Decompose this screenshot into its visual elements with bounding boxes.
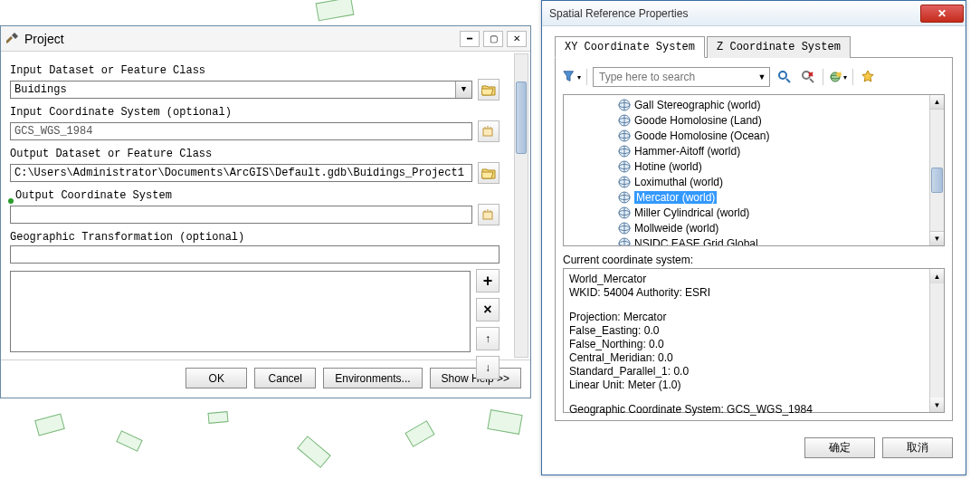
svg-rect-0 xyxy=(483,129,492,136)
cs-list-item[interactable]: Gall Stereographic (world) xyxy=(618,97,942,112)
hand-icon xyxy=(481,208,496,221)
move-down-button[interactable]: ↓ xyxy=(476,356,500,379)
input-cs-label: Input Coordinate System (optional) xyxy=(10,106,500,119)
project-dialog: Project ━ ▢ ✕ Input Dataset or Feature C… xyxy=(0,25,531,398)
cs-item-label: Loximuthal (world) xyxy=(634,176,723,188)
geo-trans-field[interactable] xyxy=(10,245,500,264)
minimize-button[interactable]: ━ xyxy=(460,31,480,47)
svg-point-2 xyxy=(779,72,786,79)
add-button[interactable]: + xyxy=(476,269,500,292)
ok-button[interactable]: 确定 xyxy=(804,437,875,458)
ccs-line: False_Easting: 0.0 xyxy=(569,324,926,338)
cs-list-item[interactable]: Hotine (world) xyxy=(618,158,942,174)
ccs-line: WKID: 54004 Authority: ESRI xyxy=(569,286,926,300)
maximize-button[interactable]: ▢ xyxy=(483,31,503,47)
output-cs-label: Output Coordinate System xyxy=(10,189,500,202)
remove-button[interactable]: × xyxy=(476,298,500,321)
cs-list-item[interactable]: Mollweide (world) xyxy=(618,220,942,235)
browse-output-ds-button[interactable] xyxy=(478,162,500,184)
srp-title: Spatial Reference Properties xyxy=(549,7,920,20)
scrollbar-thumb[interactable] xyxy=(516,82,527,154)
tab-z[interactable]: Z Coordinate System xyxy=(707,36,851,58)
ccs-scrollbar[interactable]: ▲ ▼ xyxy=(929,269,944,412)
ccs-line: Linear Unit: Meter (1.0) xyxy=(569,379,926,392)
input-ds-value: Buidings xyxy=(11,83,455,96)
cs-list-item[interactable]: NSIDC EASE Grid Global xyxy=(618,235,942,246)
ccs-line: Projection: Mercator xyxy=(569,311,926,324)
scroll-up-icon[interactable]: ▲ xyxy=(930,269,944,283)
project-title: Project xyxy=(24,32,460,46)
tab-xy[interactable]: XY Coordinate System xyxy=(555,36,705,58)
project-titlebar: Project ━ ▢ ✕ xyxy=(1,26,530,52)
geo-trans-label: Geographic Transformation (optional) xyxy=(10,231,500,244)
output-ds-field[interactable] xyxy=(10,164,472,182)
cs-list-item[interactable]: Mercator (world) xyxy=(618,189,942,205)
input-cs-properties-button[interactable] xyxy=(478,120,500,142)
cs-item-label: Mercator (world) xyxy=(634,191,717,204)
search-box[interactable]: ▼ xyxy=(593,67,770,87)
search-icon[interactable] xyxy=(775,68,794,86)
tab-strip: XY Coordinate System Z Coordinate System xyxy=(555,35,953,58)
tab-content: ▾ ▼ ▾ xyxy=(555,58,953,421)
scroll-down-icon[interactable]: ▼ xyxy=(930,231,944,245)
srp-dialog: Spatial Reference Properties ✕ XY Coordi… xyxy=(541,0,966,475)
cs-item-label: Gall Stereographic (world) xyxy=(634,99,760,111)
output-ds-label: Output Dataset or Feature Class xyxy=(10,148,500,160)
cs-item-label: Miller Cylindrical (world) xyxy=(634,206,749,219)
scroll-down-icon[interactable]: ▼ xyxy=(930,398,944,412)
scroll-up-icon[interactable]: ▲ xyxy=(930,95,944,110)
cs-list-item[interactable]: Loximuthal (world) xyxy=(618,174,942,189)
folder-open-icon xyxy=(481,167,496,179)
ccs-line: False_Northing: 0.0 xyxy=(569,338,926,351)
cs-list-item[interactable]: Miller Cylindrical (world) xyxy=(618,205,942,220)
new-cs-icon[interactable]: ▾ xyxy=(829,68,847,86)
chevron-down-icon[interactable]: ▼ xyxy=(455,82,471,98)
move-up-button[interactable]: ↑ xyxy=(476,327,500,350)
project-body: Input Dataset or Feature Class Buidings … xyxy=(1,52,530,360)
close-button[interactable]: ✕ xyxy=(507,31,527,47)
clear-search-icon[interactable] xyxy=(799,68,817,86)
cs-list-item[interactable]: Goode Homolosine (Land) xyxy=(618,112,942,128)
cancel-button[interactable]: 取消 xyxy=(882,437,953,458)
cs-item-label: Mollweide (world) xyxy=(634,222,718,235)
chevron-down-icon[interactable]: ▼ xyxy=(755,68,769,86)
hammer-icon xyxy=(5,32,19,46)
output-cs-field[interactable] xyxy=(10,206,472,224)
cs-list[interactable]: Gall Stereographic (world)Goode Homolosi… xyxy=(563,94,945,246)
srp-footer: 确定 取消 xyxy=(542,430,966,465)
cs-list-item[interactable]: Goode Homolosine (Ocean) xyxy=(618,128,942,143)
input-ds-combo[interactable]: Buidings ▼ xyxy=(10,81,472,99)
ccs-line: Geographic Coordinate System: GCS_WGS_19… xyxy=(569,403,926,417)
project-scrollbar[interactable] xyxy=(514,53,528,358)
ccs-line: World_Mercator xyxy=(569,273,926,286)
ccs-label: Current coordinate system: xyxy=(563,254,945,266)
close-button[interactable]: ✕ xyxy=(920,5,964,23)
cs-item-label: Goode Homolosine (Land) xyxy=(634,114,762,127)
srp-titlebar: Spatial Reference Properties ✕ xyxy=(542,1,966,26)
cs-item-label: Hammer-Aitoff (world) xyxy=(634,145,740,158)
required-indicator-icon xyxy=(8,198,14,204)
hand-icon xyxy=(481,125,496,138)
svg-rect-1 xyxy=(483,212,492,219)
svg-line-3 xyxy=(786,79,790,82)
cs-list-scrollbar[interactable]: ▲ ▼ xyxy=(929,95,944,245)
ccs-box: World_Mercator WKID: 54004 Authority: ES… xyxy=(563,268,945,413)
input-cs-field[interactable] xyxy=(10,122,472,140)
ccs-line: Standard_Parallel_1: 0.0 xyxy=(569,365,926,379)
scrollbar-thumb[interactable] xyxy=(931,168,943,193)
search-input[interactable] xyxy=(594,71,755,83)
favorite-icon[interactable] xyxy=(859,68,877,86)
cs-item-label: NSIDC EASE Grid Global xyxy=(634,237,758,247)
folder-open-icon xyxy=(481,83,496,96)
ccs-line: Central_Meridian: 0.0 xyxy=(569,351,926,365)
svg-line-5 xyxy=(810,79,813,82)
cs-item-label: Goode Homolosine (Ocean) xyxy=(634,129,769,142)
cs-item-label: Hotine (world) xyxy=(634,160,702,173)
filter-icon[interactable]: ▾ xyxy=(563,68,581,86)
input-ds-label: Input Dataset or Feature Class xyxy=(10,64,500,77)
srp-toolbar: ▾ ▼ ▾ xyxy=(563,67,945,87)
geo-trans-listbox[interactable] xyxy=(10,271,471,352)
browse-input-ds-button[interactable] xyxy=(478,79,500,101)
output-cs-properties-button[interactable] xyxy=(478,204,500,225)
cs-list-item[interactable]: Hammer-Aitoff (world) xyxy=(618,143,942,158)
